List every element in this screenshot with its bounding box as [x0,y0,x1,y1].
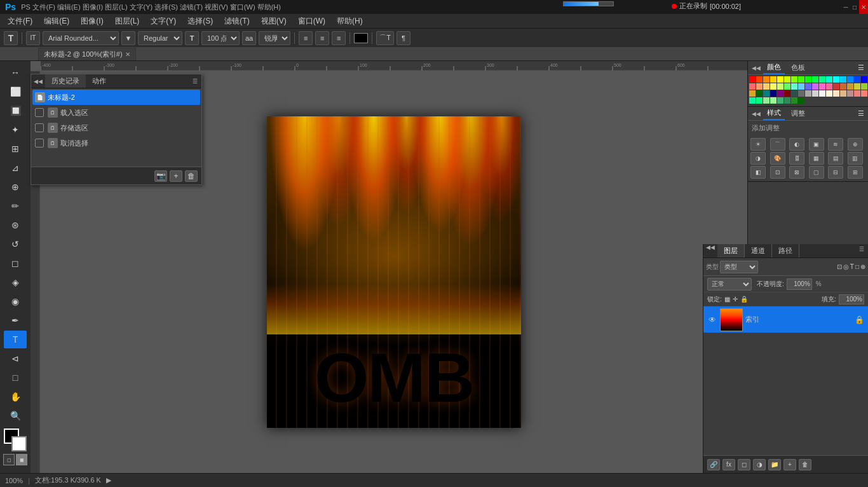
adj-curves[interactable]: ⌒ [770,138,785,151]
layer-visibility-btn[interactable]: 👁 [707,315,717,325]
history-item-0[interactable]: 📄 未标题-2 [32,90,200,105]
filter-adj-btn[interactable]: ◎ [843,263,849,270]
adj-levels[interactable]: ▦ [809,152,824,165]
swatch-item[interactable] [749,97,756,104]
layer-group-btn[interactable]: 📁 [768,459,781,470]
color-tab[interactable]: 颜色 [763,61,785,74]
swatch-item[interactable] [784,76,790,83]
swatch-item[interactable] [777,97,783,104]
adj-extra3[interactable]: ⊞ [848,166,863,179]
lock-all-btn[interactable]: 🔒 [740,296,748,303]
swatch-item[interactable] [861,76,867,83]
adj-vibrance[interactable]: ▣ [809,138,824,151]
layer-item-0[interactable]: 👁 索引 🔒 [703,306,868,333]
swatch-item[interactable] [847,90,853,97]
layers-collapse-arrows[interactable]: ◀◀ [703,244,717,257]
swatch-item[interactable] [798,90,804,97]
pen-tool[interactable]: ✒ [4,312,27,329]
swatch-item[interactable] [756,83,763,90]
menu-edit[interactable]: 编辑(E) [39,15,74,28]
swatch-item[interactable] [791,76,797,83]
swatch-item[interactable] [777,90,783,97]
swatch-item[interactable] [847,83,853,90]
menu-help[interactable]: 帮助(H) [332,15,368,28]
swatch-item[interactable] [812,76,818,83]
swatch-item[interactable] [756,90,763,97]
swatch-item[interactable] [784,90,790,97]
status-arrow[interactable]: ▶ [106,476,111,484]
history-delete-btn[interactable]: 🗑 [185,170,198,182]
adj-threshold[interactable]: ▥ [848,152,863,165]
swatch-item[interactable] [784,97,790,104]
filter-smart-btn[interactable]: ⊕ [860,263,865,270]
history-item-1[interactable]: 🗒 载入选区 [32,105,200,120]
style-tab[interactable]: 样式 [763,107,785,120]
swatch-item[interactable] [805,76,811,83]
minimize-btn[interactable]: ─ [841,0,850,14]
color-selector[interactable] [4,429,27,451]
history-checkbox-3[interactable] [35,139,44,147]
swatch-item[interactable] [840,76,846,83]
fill-input[interactable] [839,294,864,305]
swatch-item[interactable] [770,90,776,97]
swatch-item[interactable] [784,83,790,90]
layers-tab[interactable]: 图层 [717,244,745,257]
swatch-item[interactable] [854,90,860,97]
swatch-item[interactable] [812,83,818,90]
swatch-item[interactable] [798,76,804,83]
swatch-item[interactable] [805,83,811,90]
menu-view[interactable]: 视图(V) [256,15,292,28]
layer-link-btn[interactable]: 🔗 [707,459,720,470]
swatch-item[interactable] [805,90,811,97]
panel-menu-btn[interactable]: ☰ [858,64,864,72]
blend-mode-select[interactable]: 正常 [707,278,752,291]
hand-tool[interactable]: ✋ [4,388,27,406]
swatch-item[interactable] [798,97,804,104]
swatch-item[interactable] [833,83,839,90]
paths-tab[interactable]: 路径 [772,244,799,257]
type-tool[interactable]: T [4,331,27,348]
history-tab[interactable]: 历史记录 [45,74,86,88]
adj-hsl[interactable]: ≋ [828,138,843,151]
menu-select[interactable]: 选择(S) [182,15,218,28]
font-size-select[interactable]: 100 点 [201,31,240,45]
menu-file[interactable]: 文件(F) [3,15,37,28]
antialias-select[interactable]: 锐厚 [259,31,290,45]
swatch-item[interactable] [833,76,839,83]
adj-mixer[interactable]: 🎛 [789,152,804,165]
lasso-tool[interactable]: 🔲 [4,102,27,120]
swatch-item[interactable] [756,76,763,83]
history-checkbox-2[interactable] [35,123,44,132]
adj-colbal[interactable]: ⊕ [848,138,863,151]
maximize-btn[interactable]: □ [850,0,859,14]
swatch-item[interactable] [763,76,770,83]
swatches-tab[interactable]: 色板 [787,62,809,74]
layers-menu-btn[interactable]: ☰ [855,244,868,257]
filter-shape-btn[interactable]: □ [855,263,859,270]
path-tool[interactable]: ⊲ [4,350,27,367]
layer-new-btn[interactable]: + [783,459,796,470]
swatch-item[interactable] [763,97,770,104]
swatch-item[interactable] [819,90,825,97]
swatch-item[interactable] [798,83,804,90]
history-collapse-arrows[interactable]: ◀◀ [31,78,45,85]
filter-type-btn[interactable]: T [850,263,854,270]
layer-type-filter[interactable]: 类型 [720,261,758,273]
adj-collapse-arrows[interactable]: ◀◀ [752,111,761,117]
swatch-item[interactable] [819,83,825,90]
adj-selective[interactable]: ⊡ [770,166,785,179]
swatch-item[interactable] [770,83,776,90]
menu-filter[interactable]: 滤镜(T) [219,15,254,28]
swatch-item[interactable] [791,83,797,90]
history-item-2[interactable]: 🗒 存储选区 [32,120,200,135]
layer-adj-btn[interactable]: ◑ [753,459,766,470]
clone-tool[interactable]: ⊛ [4,216,27,234]
menu-window[interactable]: 窗口(W) [293,15,330,28]
swatch-item[interactable] [749,90,756,97]
quick-mask-btn[interactable]: ◻ ◼ [3,454,27,465]
brush-tool[interactable]: ✏ [4,197,27,215]
text-orient-btn[interactable]: IT [26,31,40,45]
swatch-item[interactable] [847,76,853,83]
swatch-item[interactable] [840,83,846,90]
font-dropdown-btn[interactable]: ▼ [121,31,135,45]
